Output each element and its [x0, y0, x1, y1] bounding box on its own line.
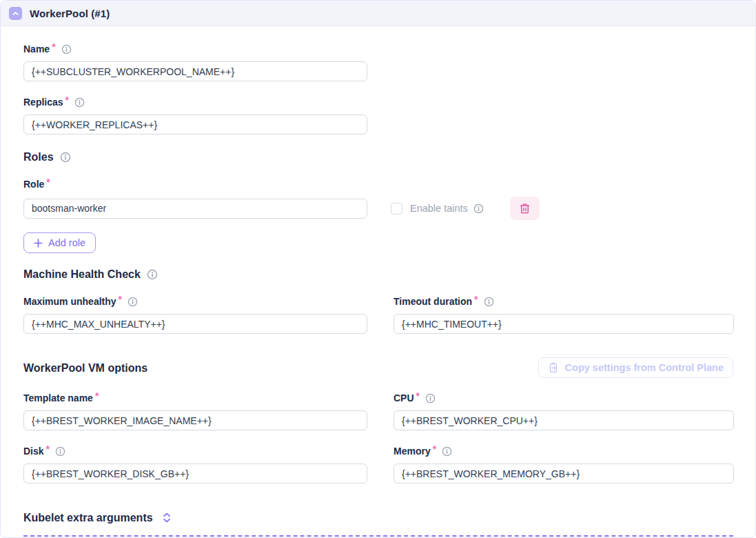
required-marker: * — [52, 41, 55, 52]
timeout-duration-label: Timeout duration — [394, 296, 472, 307]
replicas-label: Replicas — [23, 97, 63, 108]
expand-collapse-icon[interactable] — [162, 512, 172, 524]
cpu-field: CPU * — [394, 392, 734, 430]
info-icon[interactable] — [55, 446, 65, 457]
maximum-unhealthy-input[interactable] — [23, 314, 367, 334]
replicas-input[interactable] — [23, 114, 367, 134]
disk-input[interactable] — [23, 464, 367, 484]
role-row: Enable taints — [23, 197, 733, 220]
add-role-label: Add role — [48, 237, 85, 248]
roles-heading: Roles — [23, 151, 733, 163]
copy-settings-label: Copy settings from Control Plane — [565, 362, 724, 373]
info-icon[interactable] — [127, 297, 138, 307]
mhc-heading: Machine Health Check — [23, 268, 733, 280]
name-input[interactable] — [23, 61, 367, 81]
disk-memory-row: Disk * Memory * — [23, 446, 733, 484]
plus-icon — [34, 239, 43, 248]
template-name-input[interactable] — [23, 410, 367, 430]
info-icon[interactable] — [484, 297, 494, 307]
panel-title: WorkerPool (#1) — [30, 8, 110, 19]
maximum-unhealthy-field: Maximum unhealthy * — [23, 296, 367, 334]
required-marker: * — [46, 177, 50, 188]
collapse-button[interactable] — [9, 7, 22, 20]
info-icon[interactable] — [60, 152, 71, 163]
info-icon[interactable] — [74, 97, 85, 108]
timeout-duration-field: Timeout duration * — [394, 296, 734, 334]
trash-icon — [519, 203, 531, 215]
timeout-duration-input[interactable] — [394, 314, 734, 334]
memory-label: Memory — [394, 446, 431, 457]
template-cpu-row: Template name * CPU * — [23, 392, 733, 430]
cpu-label: CPU — [394, 392, 414, 404]
cpu-input[interactable] — [394, 410, 734, 430]
name-label: Name — [23, 43, 50, 54]
info-icon[interactable] — [473, 203, 484, 214]
required-marker: * — [433, 444, 436, 455]
info-icon[interactable] — [61, 44, 72, 54]
disk-label: Disk — [23, 446, 44, 457]
memory-input[interactable] — [394, 464, 734, 484]
mhc-fields-row: Maximum unhealthy * Timeout duration * — [23, 296, 733, 334]
name-field: Name * — [23, 43, 367, 81]
template-name-field: Template name * — [23, 392, 367, 430]
info-icon[interactable] — [147, 269, 158, 280]
info-icon[interactable] — [442, 446, 452, 457]
dashed-divider — [23, 535, 733, 537]
kubelet-heading: Kubelet extra arguments — [23, 512, 153, 524]
workerpool-panel: WorkerPool (#1) Name * Replicas * — [0, 0, 756, 538]
enable-taints-label: Enable taints — [410, 203, 468, 214]
required-marker: * — [474, 294, 478, 305]
required-marker: * — [95, 390, 99, 401]
template-name-label: Template name — [23, 392, 93, 404]
enable-taints-checkbox[interactable] — [391, 203, 402, 215]
panel-header: WorkerPool (#1) — [1, 1, 755, 26]
add-role-button[interactable]: Add role — [23, 232, 96, 253]
clipboard-arrow-icon — [548, 362, 559, 373]
role-label: Role — [23, 179, 44, 190]
vm-options-header-row: WorkerPool VM options Copy settings from… — [23, 357, 733, 378]
info-icon[interactable] — [425, 393, 436, 404]
required-marker: * — [119, 294, 122, 305]
replicas-field: Replicas * — [23, 97, 367, 134]
required-marker: * — [46, 444, 50, 455]
memory-field: Memory * — [394, 446, 734, 484]
kubelet-heading-row: Kubelet extra arguments — [23, 512, 733, 524]
maximum-unhealthy-label: Maximum unhealthy — [23, 296, 116, 307]
copy-settings-button[interactable]: Copy settings from Control Plane — [538, 357, 733, 378]
delete-role-button[interactable] — [510, 197, 540, 220]
disk-field: Disk * — [23, 446, 367, 484]
role-input[interactable] — [23, 199, 367, 219]
required-marker: * — [416, 390, 420, 401]
chevron-up-icon — [10, 8, 21, 19]
vm-options-heading: WorkerPool VM options — [23, 362, 147, 374]
enable-taints-group: Enable taints — [391, 203, 484, 215]
required-marker: * — [65, 94, 69, 106]
role-label-row: Role * — [23, 179, 733, 190]
